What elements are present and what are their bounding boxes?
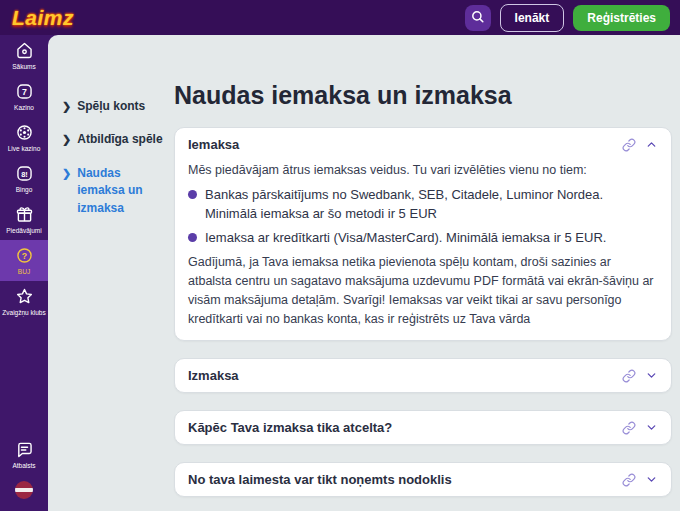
accordion-nodoklis: No tava laimesta var tikt noņemts nodokl… bbox=[174, 462, 672, 497]
accordion-title: Iemaksa bbox=[188, 137, 239, 152]
svg-text:?: ? bbox=[21, 251, 26, 261]
sidebar-item-sakums[interactable]: Sākums bbox=[0, 35, 48, 76]
bullet-dot-icon bbox=[188, 190, 197, 199]
accordion-izmaksa-atcelta: Kāpēc Tava izmaksa tika atcelta? bbox=[174, 410, 672, 445]
accordion-iemaksa: Iemaksa Mēs piedāvā bbox=[174, 127, 672, 341]
login-button[interactable]: Ienākt bbox=[500, 4, 565, 32]
latvia-flag-icon[interactable] bbox=[15, 481, 33, 499]
subnav-item-naudas-iemaksa[interactable]: ❯ Naudas iemaksa un izmaksa bbox=[62, 165, 168, 217]
subnav-item-label: Naudas iemaksa un izmaksa bbox=[77, 165, 168, 217]
accordion-body: Mēs piedāvājam ātrus iemaksas veidus. Tu… bbox=[175, 161, 671, 340]
bingo-ball-icon: 8! bbox=[14, 163, 35, 184]
bullet-text: Bankas pārskaitījums no Swedbank, SEB, C… bbox=[205, 185, 658, 224]
sidebar: Sākums 7 Kazino Live kazino bbox=[0, 35, 48, 511]
star-icon bbox=[14, 286, 35, 307]
copy-link-icon[interactable] bbox=[622, 473, 636, 487]
support-chat-icon bbox=[14, 439, 35, 460]
top-header: Laimz Ienākt Reģistrēties bbox=[0, 0, 680, 35]
subnav-item-spelu-konts[interactable]: ❯ Spēļu konts bbox=[62, 98, 168, 115]
register-button[interactable]: Reģistrēties bbox=[573, 5, 670, 31]
casino-chip-icon: 7 bbox=[14, 81, 35, 102]
main-content-area: ❯ Spēļu konts ❯ Atbildīga spēle ❯ Naudas… bbox=[48, 35, 680, 511]
sidebar-item-label: Sākums bbox=[12, 63, 35, 70]
chevron-right-icon: ❯ bbox=[62, 131, 71, 148]
sidebar-item-zvaigznu-klubs[interactable]: Zvaigžņu klubs bbox=[0, 281, 48, 322]
svg-text:8!: 8! bbox=[21, 170, 28, 179]
sidebar-item-label: Piedāvājumi bbox=[6, 227, 41, 234]
sidebar-item-live-kazino[interactable]: Live kazino bbox=[0, 117, 48, 158]
accordion-outro-text: Gadījumā, ja Tava iemaksa netika pievien… bbox=[188, 253, 658, 328]
laimz-logo[interactable]: Laimz bbox=[12, 6, 74, 30]
bullet-dot-icon bbox=[188, 233, 197, 242]
accordion-izmaksa: Izmaksa bbox=[174, 358, 672, 393]
accordion-header[interactable]: Izmaksa bbox=[175, 359, 671, 392]
chevron-down-icon bbox=[645, 473, 658, 486]
accordion-title: No tava laimesta var tikt noņemts nodokl… bbox=[188, 472, 452, 487]
bullet-item: Iemaksa ar kredītkarti (Visa/MasterCard)… bbox=[188, 228, 658, 248]
home-icon bbox=[14, 40, 35, 61]
sidebar-item-label: Bingo bbox=[16, 186, 33, 193]
copy-link-icon[interactable] bbox=[622, 421, 636, 435]
subnav-item-label: Spēļu konts bbox=[77, 98, 145, 115]
header-actions: Ienākt Reģistrēties bbox=[465, 4, 670, 32]
svg-text:7: 7 bbox=[22, 87, 27, 97]
sidebar-item-kazino[interactable]: 7 Kazino bbox=[0, 76, 48, 117]
search-button[interactable] bbox=[465, 5, 491, 31]
sidebar-item-label: Zvaigžņu klubs bbox=[2, 309, 45, 316]
sidebar-item-label: Kazino bbox=[14, 104, 34, 111]
faq-content: Naudas iemaksa un izmaksa Iemaksa bbox=[168, 35, 680, 511]
chevron-down-icon bbox=[645, 421, 658, 434]
bullet-item: Bankas pārskaitījums no Swedbank, SEB, C… bbox=[188, 185, 658, 224]
accordion-header[interactable]: Kāpēc Tava izmaksa tika atcelta? bbox=[175, 411, 671, 444]
gift-icon bbox=[14, 204, 35, 225]
accordion-title: Izmaksa bbox=[188, 368, 239, 383]
chevron-right-icon: ❯ bbox=[62, 98, 71, 115]
roulette-wheel-icon bbox=[14, 122, 35, 143]
bullet-text: Iemaksa ar kredītkarti (Visa/MasterCard)… bbox=[205, 228, 606, 248]
accordion-header[interactable]: Iemaksa bbox=[175, 128, 671, 161]
sidebar-item-piedavajumi[interactable]: Piedāvājumi bbox=[0, 199, 48, 240]
sidebar-bottom: Atbalsts bbox=[0, 434, 48, 511]
subnav-item-label: Atbildīga spēle bbox=[77, 131, 162, 148]
sidebar-item-label: BUJ bbox=[18, 268, 30, 275]
copy-link-icon[interactable] bbox=[622, 369, 636, 383]
faq-subnav: ❯ Spēļu konts ❯ Atbildīga spēle ❯ Naudas… bbox=[48, 35, 168, 511]
sidebar-item-buj[interactable]: ? BUJ bbox=[0, 240, 48, 281]
sidebar-item-bingo[interactable]: 8! Bingo bbox=[0, 158, 48, 199]
accordion-intro-text: Mēs piedāvājam ātrus iemaksas veidus. Tu… bbox=[188, 161, 658, 180]
accordion-title: Kāpēc Tava izmaksa tika atcelta? bbox=[188, 420, 392, 435]
question-mark-icon: ? bbox=[14, 245, 35, 266]
sidebar-item-label: Live kazino bbox=[8, 145, 41, 152]
page-title: Naudas iemaksa un izmaksa bbox=[174, 81, 672, 110]
copy-link-icon[interactable] bbox=[622, 138, 636, 152]
sidebar-item-atbalsts[interactable]: Atbalsts bbox=[0, 434, 48, 475]
accordion-header[interactable]: No tava laimesta var tikt noņemts nodokl… bbox=[175, 463, 671, 496]
sidebar-item-label: Atbalsts bbox=[12, 462, 35, 469]
chevron-down-icon bbox=[645, 369, 658, 382]
chevron-up-icon bbox=[645, 138, 658, 151]
search-icon bbox=[470, 9, 485, 27]
chevron-right-icon: ❯ bbox=[62, 165, 71, 217]
subnav-item-atbildiga-spele[interactable]: ❯ Atbildīga spēle bbox=[62, 131, 168, 148]
